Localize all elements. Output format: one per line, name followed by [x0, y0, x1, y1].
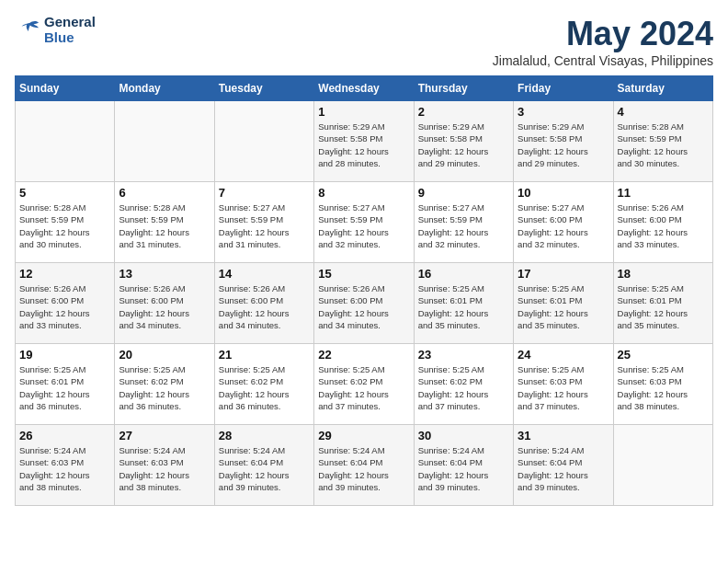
day-number: 21 — [219, 348, 310, 362]
day-info: Sunrise: 5:24 AM Sunset: 6:03 PM Dayligh… — [19, 444, 110, 493]
day-cell: 14Sunrise: 5:26 AM Sunset: 6:00 PM Dayli… — [214, 263, 313, 344]
day-info: Sunrise: 5:26 AM Sunset: 6:00 PM Dayligh… — [119, 282, 210, 331]
day-cell: 21Sunrise: 5:25 AM Sunset: 6:02 PM Dayli… — [214, 344, 313, 425]
day-number: 20 — [119, 348, 210, 362]
day-info: Sunrise: 5:27 AM Sunset: 5:59 PM Dayligh… — [418, 201, 509, 250]
day-cell: 6Sunrise: 5:28 AM Sunset: 5:59 PM Daylig… — [115, 182, 214, 263]
month-title: May 2024 — [493, 15, 713, 53]
day-info: Sunrise: 5:29 AM Sunset: 5:58 PM Dayligh… — [518, 121, 609, 169]
day-cell: 5Sunrise: 5:28 AM Sunset: 5:59 PM Daylig… — [16, 182, 115, 263]
day-number: 6 — [119, 186, 210, 200]
day-cell: 20Sunrise: 5:25 AM Sunset: 6:02 PM Dayli… — [115, 344, 214, 425]
day-number: 26 — [19, 429, 110, 442]
day-info: Sunrise: 5:26 AM Sunset: 6:00 PM Dayligh… — [19, 282, 110, 331]
day-cell: 28Sunrise: 5:24 AM Sunset: 6:04 PM Dayli… — [214, 425, 313, 506]
day-info: Sunrise: 5:27 AM Sunset: 6:00 PM Dayligh… — [518, 201, 609, 250]
day-number: 30 — [418, 429, 509, 442]
day-info: Sunrise: 5:28 AM Sunset: 5:59 PM Dayligh… — [119, 201, 210, 250]
weekday-header-saturday: Saturday — [613, 76, 712, 101]
day-number: 19 — [19, 348, 110, 362]
day-info: Sunrise: 5:25 AM Sunset: 6:02 PM Dayligh… — [418, 363, 509, 412]
day-cell: 19Sunrise: 5:25 AM Sunset: 6:01 PM Dayli… — [16, 344, 115, 425]
logo-text: General Blue — [44, 15, 96, 45]
day-cell — [613, 425, 712, 506]
day-number: 3 — [518, 105, 609, 119]
day-info: Sunrise: 5:25 AM Sunset: 6:02 PM Dayligh… — [318, 363, 409, 412]
weekday-header-friday: Friday — [514, 76, 613, 101]
day-number: 24 — [518, 348, 609, 362]
day-cell: 12Sunrise: 5:26 AM Sunset: 6:00 PM Dayli… — [16, 263, 115, 344]
day-info: Sunrise: 5:24 AM Sunset: 6:04 PM Dayligh… — [219, 444, 310, 493]
day-cell: 27Sunrise: 5:24 AM Sunset: 6:03 PM Dayli… — [115, 425, 214, 506]
day-info: Sunrise: 5:26 AM Sunset: 6:00 PM Dayligh… — [219, 282, 310, 331]
day-info: Sunrise: 5:25 AM Sunset: 6:01 PM Dayligh… — [618, 282, 709, 331]
title-block: May 2024 Jimalalud, Central Visayas, Phi… — [493, 15, 713, 68]
day-number: 28 — [219, 429, 310, 442]
day-number: 14 — [219, 267, 310, 281]
day-info: Sunrise: 5:25 AM Sunset: 6:03 PM Dayligh… — [518, 363, 609, 412]
day-cell: 18Sunrise: 5:25 AM Sunset: 6:01 PM Dayli… — [613, 263, 712, 344]
day-cell: 24Sunrise: 5:25 AM Sunset: 6:03 PM Dayli… — [514, 344, 613, 425]
day-info: Sunrise: 5:25 AM Sunset: 6:01 PM Dayligh… — [418, 282, 509, 331]
weekday-header-sunday: Sunday — [16, 76, 115, 101]
day-cell: 11Sunrise: 5:26 AM Sunset: 6:00 PM Dayli… — [613, 182, 712, 263]
day-cell: 30Sunrise: 5:24 AM Sunset: 6:04 PM Dayli… — [414, 425, 513, 506]
day-number: 5 — [19, 186, 110, 200]
day-number: 1 — [318, 105, 409, 119]
day-number: 10 — [518, 186, 609, 200]
day-info: Sunrise: 5:24 AM Sunset: 6:03 PM Dayligh… — [119, 444, 210, 493]
day-info: Sunrise: 5:24 AM Sunset: 6:04 PM Dayligh… — [318, 444, 409, 493]
day-cell: 23Sunrise: 5:25 AM Sunset: 6:02 PM Dayli… — [414, 344, 513, 425]
day-cell: 8Sunrise: 5:27 AM Sunset: 5:59 PM Daylig… — [314, 182, 414, 263]
day-cell: 16Sunrise: 5:25 AM Sunset: 6:01 PM Dayli… — [414, 263, 513, 344]
day-cell: 3Sunrise: 5:29 AM Sunset: 5:58 PM Daylig… — [514, 101, 613, 182]
day-info: Sunrise: 5:25 AM Sunset: 6:01 PM Dayligh… — [518, 282, 609, 331]
day-cell: 7Sunrise: 5:27 AM Sunset: 5:59 PM Daylig… — [214, 182, 313, 263]
day-info: Sunrise: 5:28 AM Sunset: 5:59 PM Dayligh… — [618, 121, 709, 169]
day-cell: 29Sunrise: 5:24 AM Sunset: 6:04 PM Dayli… — [314, 425, 414, 506]
week-row-4: 19Sunrise: 5:25 AM Sunset: 6:01 PM Dayli… — [16, 344, 713, 425]
day-number: 27 — [119, 429, 210, 442]
day-cell: 31Sunrise: 5:24 AM Sunset: 6:04 PM Dayli… — [514, 425, 613, 506]
day-number: 4 — [618, 105, 709, 119]
day-number: 11 — [618, 186, 709, 200]
day-cell — [214, 101, 313, 182]
day-cell: 25Sunrise: 5:25 AM Sunset: 6:03 PM Dayli… — [613, 344, 712, 425]
week-row-1: 1Sunrise: 5:29 AM Sunset: 5:58 PM Daylig… — [16, 101, 713, 182]
weekday-header-row: SundayMondayTuesdayWednesdayThursdayFrid… — [16, 76, 713, 101]
location-text: Jimalalud, Central Visayas, Philippines — [493, 53, 713, 68]
weekday-header-tuesday: Tuesday — [214, 76, 313, 101]
day-info: Sunrise: 5:25 AM Sunset: 6:02 PM Dayligh… — [219, 363, 310, 412]
day-cell: 13Sunrise: 5:26 AM Sunset: 6:00 PM Dayli… — [115, 263, 214, 344]
day-info: Sunrise: 5:24 AM Sunset: 6:04 PM Dayligh… — [418, 444, 509, 493]
weekday-header-monday: Monday — [115, 76, 214, 101]
day-info: Sunrise: 5:29 AM Sunset: 5:58 PM Dayligh… — [418, 121, 509, 169]
day-info: Sunrise: 5:24 AM Sunset: 6:04 PM Dayligh… — [518, 444, 609, 493]
page-header: General Blue May 2024 Jimalalud, Central… — [15, 15, 713, 68]
day-cell: 1Sunrise: 5:29 AM Sunset: 5:58 PM Daylig… — [314, 101, 414, 182]
day-number: 23 — [418, 348, 509, 362]
week-row-2: 5Sunrise: 5:28 AM Sunset: 5:59 PM Daylig… — [16, 182, 713, 263]
day-number: 29 — [318, 429, 409, 442]
day-cell — [115, 101, 214, 182]
day-number: 31 — [518, 429, 609, 442]
day-info: Sunrise: 5:25 AM Sunset: 6:02 PM Dayligh… — [119, 363, 210, 412]
day-number: 13 — [119, 267, 210, 281]
day-cell — [16, 101, 115, 182]
day-number: 12 — [19, 267, 110, 281]
day-number: 9 — [418, 186, 509, 200]
day-cell: 17Sunrise: 5:25 AM Sunset: 6:01 PM Dayli… — [514, 263, 613, 344]
day-number: 18 — [618, 267, 709, 281]
day-cell: 9Sunrise: 5:27 AM Sunset: 5:59 PM Daylig… — [414, 182, 513, 263]
day-info: Sunrise: 5:27 AM Sunset: 5:59 PM Dayligh… — [219, 201, 310, 250]
day-info: Sunrise: 5:29 AM Sunset: 5:58 PM Dayligh… — [318, 121, 409, 169]
day-number: 8 — [318, 186, 409, 200]
day-info: Sunrise: 5:26 AM Sunset: 6:00 PM Dayligh… — [318, 282, 409, 331]
day-cell: 26Sunrise: 5:24 AM Sunset: 6:03 PM Dayli… — [16, 425, 115, 506]
day-cell: 4Sunrise: 5:28 AM Sunset: 5:59 PM Daylig… — [613, 101, 712, 182]
calendar-table: SundayMondayTuesdayWednesdayThursdayFrid… — [15, 75, 713, 506]
day-number: 2 — [418, 105, 509, 119]
day-info: Sunrise: 5:25 AM Sunset: 6:03 PM Dayligh… — [618, 363, 709, 412]
logo: General Blue — [15, 15, 96, 45]
day-number: 25 — [618, 348, 709, 362]
